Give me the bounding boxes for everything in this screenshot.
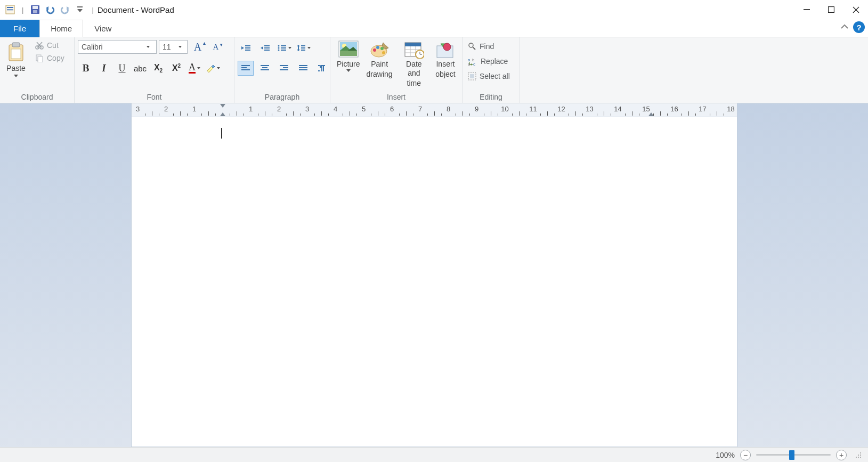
svg-rect-25 [264,47,270,48]
grow-font-button[interactable]: A▴ [190,39,206,54]
undo-icon[interactable] [43,3,57,17]
line-spacing-button[interactable] [295,40,311,55]
close-button[interactable] [843,0,868,19]
cut-button[interactable]: Cut [33,39,67,51]
ruler-number: 17 [699,105,706,113]
tab-home[interactable]: Home [39,20,83,37]
paint-label-2: drawing [367,70,393,79]
app-icon[interactable] [3,3,17,17]
find-button[interactable]: Find [466,40,512,52]
svg-point-79 [860,452,861,453]
font-color-button[interactable]: A [186,61,202,76]
font-family-combo[interactable] [78,40,157,54]
maximize-button[interactable] [819,0,843,19]
increase-indent-button[interactable] [257,40,273,55]
ruler-tick [328,114,329,116]
align-left-button[interactable] [238,61,254,76]
chevron-down-icon [288,47,291,51]
font-family-input[interactable] [78,42,142,52]
svg-rect-34 [301,45,305,46]
align-right-button[interactable] [276,61,292,76]
calendar-clock-icon [404,40,424,59]
highlight-button[interactable] [205,61,221,76]
decrease-indent-button[interactable] [238,40,254,55]
shrink-font-button[interactable]: A▾ [208,39,224,54]
svg-rect-46 [299,65,307,66]
font-size-combo[interactable] [159,40,188,54]
date-label-2: time [407,79,421,88]
italic-button[interactable]: I [96,61,112,76]
svg-rect-23 [245,50,250,51]
ruler-tick [321,111,322,116]
strikethrough-button[interactable]: abc [132,61,148,76]
clipboard-icon [6,42,26,63]
svg-rect-24 [264,45,270,46]
zoom-slider[interactable] [756,450,831,460]
ruler-tick [434,111,435,116]
chevron-down-icon[interactable] [142,40,152,53]
ruler-tick [660,111,661,116]
svg-rect-42 [261,69,269,70]
justify-button[interactable] [295,61,311,76]
object-label-1: Insert [436,60,455,69]
insert-picture-button[interactable]: Picture [334,39,363,75]
zoom-out-button[interactable]: − [740,450,751,460]
paste-button[interactable]: Paste [3,39,29,80]
ruler-tick [215,114,216,116]
ruler-tick [272,114,272,116]
save-icon[interactable] [28,3,42,17]
ruler-tick [547,111,548,116]
ruler-tick [519,111,520,116]
redo-icon[interactable] [58,3,72,17]
list-button[interactable] [276,40,292,55]
align-center-button[interactable] [257,61,273,76]
underline-button[interactable]: U [114,61,130,76]
help-icon[interactable]: ? [853,21,865,33]
ruler-number: 11 [529,105,537,113]
chevron-down-icon [14,75,18,79]
text-cursor [221,128,222,139]
ruler-tick [187,114,188,116]
svg-rect-54 [340,51,357,56]
ruler-tick [604,111,604,116]
ruler-tick [413,114,413,116]
left-indent-marker[interactable] [220,110,225,116]
zoom-in-button[interactable]: + [836,450,847,460]
date-time-button[interactable]: Date and time [396,39,432,88]
ruler-tick [582,114,583,116]
svg-line-72 [473,47,475,50]
ruler-number: 10 [501,105,508,113]
paint-drawing-button[interactable]: Paint drawing [363,39,396,80]
ruler-tick [371,114,371,116]
svg-rect-30 [281,45,286,46]
superscript-button[interactable]: X2 [168,61,184,76]
ruler-tick [293,111,294,116]
replace-button[interactable]: abac Replace [466,55,512,67]
insert-object-button[interactable]: Insert object [432,39,459,80]
svg-rect-35 [301,47,305,48]
group-clipboard: Paste Cut Copy Clipboard [0,37,75,103]
bold-button[interactable]: B [78,61,94,76]
select-all-button[interactable]: Select all [466,70,512,82]
font-size-input[interactable] [159,42,174,52]
chevron-down-icon [217,67,220,71]
slider-thumb[interactable] [789,450,794,460]
minimize-button[interactable] [794,0,819,19]
ruler-number: 3 [136,105,140,113]
subscript-button[interactable]: X2 [150,61,166,76]
document-page[interactable] [131,117,737,447]
paragraph-dialog-button[interactable] [314,61,330,76]
horizontal-ruler[interactable]: 321123456789101112131415161718 [131,103,737,117]
resize-grip-icon[interactable] [855,452,862,458]
ruler-tick [427,114,428,116]
tab-file[interactable]: File [0,20,39,37]
svg-rect-78 [470,74,474,78]
chevron-down-icon[interactable] [174,40,184,53]
svg-rect-3 [7,11,13,11]
ruler-tick [491,111,491,116]
tab-view[interactable]: View [83,20,123,37]
qat-customize-icon[interactable] [73,3,87,17]
copy-button[interactable]: Copy [33,52,67,64]
svg-point-71 [469,43,473,47]
collapse-ribbon-icon[interactable] [840,23,849,31]
